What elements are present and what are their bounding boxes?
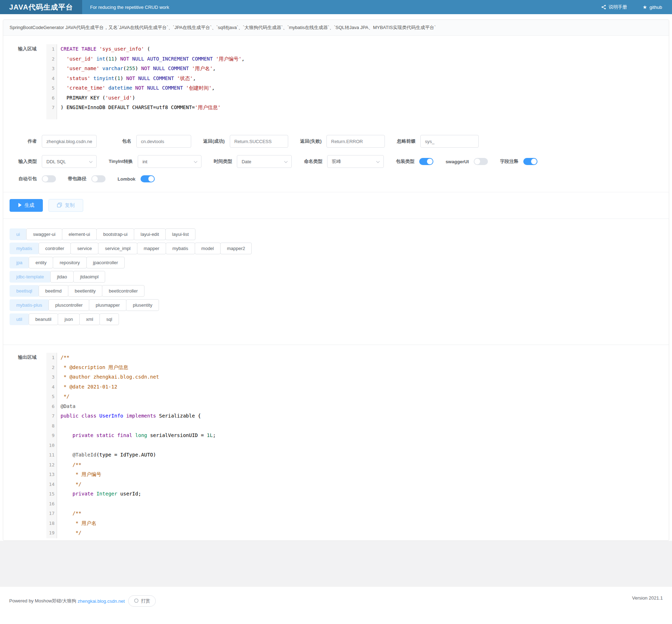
tab-group-beetlsql[interactable]: beetlsql (10, 285, 39, 297)
donate-button[interactable]: 打赏 (128, 595, 156, 607)
form-row-selects-toggles: 输入类型DDL SQLTinyInt转换int时间类型Date命名类型驼峰包装类… (7, 155, 669, 168)
select-value: 驼峰 (332, 158, 341, 165)
tab-service[interactable]: service (70, 243, 98, 254)
tab-xml[interactable]: xml (79, 313, 100, 325)
input-type-select[interactable]: DDL SQL (42, 155, 97, 168)
tab-jpacontroller[interactable]: jpacontroller (86, 257, 125, 268)
play-icon (18, 203, 22, 208)
tab-beanutil[interactable]: beanutil (29, 313, 58, 325)
return-success-input-group: 返回(成功) (203, 135, 288, 148)
line-number: 3 (46, 372, 55, 382)
line-number: 1 (46, 44, 55, 54)
blog-link[interactable]: zhengkai.blog.csdn.net (78, 599, 125, 604)
package-input[interactable] (136, 135, 191, 148)
field-label: Lombok (118, 176, 136, 182)
header-links: 说明手册 ★ github (601, 4, 672, 10)
code-line: */ (61, 392, 661, 402)
ignore-prefix-input[interactable] (420, 135, 479, 148)
tab-beetlentity[interactable]: beetlentity (68, 285, 102, 297)
tab-entity[interactable]: entity (29, 257, 53, 268)
java-output-editor[interactable]: 12345678910111213141516171819/** * @desc… (46, 353, 661, 538)
naming-type-select-group: 命名类型驼峰 (304, 155, 384, 168)
tab-jtdaoimpl[interactable]: jtdaoimpl (73, 271, 105, 283)
tab-layui-edit[interactable]: layui-edit (134, 228, 166, 240)
code-line: * @author zhengkai.blog.csdn.net (61, 372, 661, 382)
tab-mapper[interactable]: mapper (137, 243, 166, 254)
tab-json[interactable]: json (58, 313, 80, 325)
code-line: public class UserInfo implements Seriali… (61, 411, 661, 421)
copy-button[interactable]: 复制 (49, 199, 83, 212)
tab-group-jdbc-template[interactable]: jdbc-template (10, 271, 51, 283)
line-number: 2 (46, 363, 55, 373)
tab-group-mybatis[interactable]: mybatis (10, 243, 39, 254)
return-error-input[interactable] (326, 135, 385, 148)
return-error-input-group: 返回(失败) (300, 135, 385, 148)
tab-element-ui[interactable]: element-ui (62, 228, 97, 240)
tab-bootstrap-ui[interactable]: bootstrap-ui (96, 228, 134, 240)
tab-beetlcontroller[interactable]: beetlcontroller (102, 285, 144, 297)
output-section: 输出区域 12345678910111213141516171819/** * … (3, 345, 669, 540)
chevron-down-icon (284, 159, 288, 164)
tab-sql[interactable]: sql (99, 313, 119, 325)
line-number: 16 (46, 499, 55, 509)
field-label: 包名 (122, 138, 131, 144)
code-line: * @date 2021-01-12 (61, 382, 661, 392)
tab-layui-list[interactable]: layui-list (165, 228, 195, 240)
author-input[interactable] (42, 135, 97, 148)
wrapper-type-toggle[interactable] (419, 158, 433, 165)
powered-by: Powered by Moshow郑锴/大狼狗 zhengkai.blog.cs… (9, 595, 156, 607)
github-link[interactable]: ★ github (643, 5, 662, 10)
swagger-ui-toggle[interactable] (474, 158, 488, 165)
app-title: JAVA代码生成平台 (0, 0, 82, 14)
line-number: 5 (46, 83, 55, 93)
naming-type-select[interactable]: 驼峰 (327, 155, 384, 168)
tab-group-mybatis-plus[interactable]: mybatis-plus (10, 299, 49, 311)
tinyint-convert-select[interactable]: int (138, 155, 201, 168)
return-success-input[interactable] (230, 135, 288, 148)
line-number: 19 (46, 528, 55, 538)
tab-group-jpa[interactable]: jpa (10, 257, 29, 268)
field-comment-toggle[interactable] (523, 158, 537, 165)
select-value: Date (241, 159, 251, 164)
tab-model[interactable]: model (195, 243, 221, 254)
tab-repository[interactable]: repository (53, 257, 86, 268)
tab-mybatis[interactable]: mybatis (166, 243, 195, 254)
tab-controller[interactable]: controller (39, 243, 71, 254)
auto-import-toggle[interactable] (42, 175, 56, 182)
tab-mapper2[interactable]: mapper2 (220, 243, 252, 254)
swagger-ui-toggle-group: swaggerUI (445, 158, 488, 165)
toggle-knob (474, 159, 480, 164)
tab-plusmapper[interactable]: plusmapper (89, 299, 126, 311)
field-label: 包装类型 (396, 158, 414, 165)
code-line: private static final long serialVersionU… (61, 431, 661, 441)
field-label: 命名类型 (304, 158, 322, 165)
generate-button[interactable]: 生成 (10, 199, 43, 212)
code-line: /** (61, 509, 661, 518)
donate-button-label: 打赏 (141, 598, 150, 604)
sql-input-editor[interactable]: 1234567CREATE TABLE 'sys_user_info' ( 'u… (46, 44, 661, 119)
tab-pluscontroller[interactable]: pluscontroller (49, 299, 89, 311)
code-line: CREATE TABLE 'sys_user_info' ( (61, 44, 661, 54)
tinyint-convert-select-group: TinyInt转换int (109, 155, 201, 168)
tab-group-ui[interactable]: ui (10, 228, 27, 240)
package-path-toggle[interactable] (91, 175, 106, 182)
chevron-down-icon (376, 159, 380, 164)
lombok-toggle-group: Lombok (118, 175, 155, 182)
manual-link[interactable]: 说明手册 (601, 4, 627, 10)
code-line: * @description 用户信息 (61, 363, 661, 373)
lombok-toggle[interactable] (141, 175, 155, 182)
code-line: 'user_name' varchar(255) NOT NULL COMMEN… (61, 64, 661, 74)
tab-group-util[interactable]: util (10, 313, 29, 325)
tab-jtdao[interactable]: jtdao (50, 271, 74, 283)
time-type-select[interactable]: Date (237, 155, 292, 168)
line-number: 4 (46, 74, 55, 84)
page-background-spacer (0, 541, 672, 587)
line-number-gutter: 1234567 (46, 44, 57, 119)
tab-row-jpa: jpaentityrepositoryjpacontroller (10, 257, 669, 268)
tab-swagger-ui[interactable]: swagger-ui (26, 228, 62, 240)
author-input-group: 作者 (7, 135, 97, 148)
tab-beetlmd[interactable]: beetlmd (39, 285, 68, 297)
tab-plusentity[interactable]: plusentity (126, 299, 159, 311)
tab-service_impl[interactable]: service_impl (98, 243, 137, 254)
package-path-toggle-group: 带包路径 (68, 175, 106, 182)
